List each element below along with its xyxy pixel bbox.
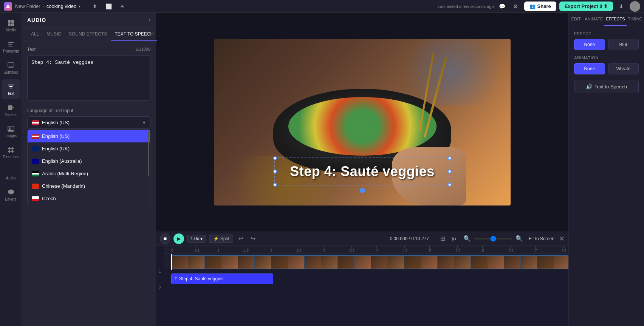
anim-vibrate-button[interactable]: Vibrate (608, 63, 639, 74)
project-name[interactable]: cooking video (46, 3, 77, 9)
tab-all[interactable]: ALL (27, 28, 43, 41)
breadcrumb: New Folder › cooking video ▾ (15, 3, 80, 9)
lang-option-cs[interactable]: Czech (28, 192, 150, 205)
sidebar-item-images[interactable]: Images (2, 122, 20, 141)
handle-bottom-left[interactable] (273, 183, 277, 187)
redo-button[interactable]: ↪ (248, 234, 257, 243)
tab-text-to-speech[interactable]: TEXT TO SPEECH (111, 28, 157, 41)
share-button[interactable]: 👥 Share (524, 2, 556, 11)
speed-arrow: ▾ (200, 236, 203, 241)
sidebar-item-subtitles[interactable]: Subtitles (2, 58, 20, 78)
share-icon: 👥 (529, 3, 536, 9)
tab-sound-effects[interactable]: SOUND EFFECTS (65, 28, 111, 41)
tab-music[interactable]: MUSIC (43, 28, 65, 41)
sidebar-item-media[interactable]: Media (2, 16, 20, 36)
settings-icon[interactable]: ⚙ (511, 1, 521, 12)
download-icon[interactable]: ⬇ (616, 1, 627, 12)
language-select-button[interactable]: English (US) ▾ (27, 116, 150, 129)
user-avatar[interactable] (630, 1, 640, 12)
lang-en-au-label: English (Australia) (42, 158, 82, 164)
handle-mid-left[interactable] (273, 170, 277, 173)
rotate-handle[interactable] (359, 188, 365, 193)
tab-effects[interactable]: EFFECTS (604, 13, 626, 26)
tick-45: :4.5 (402, 246, 407, 252)
text-input[interactable]: Step 4: Sauté veggies (27, 55, 150, 100)
caption-icon[interactable]: ⬜ (103, 1, 114, 12)
zoom-slider[interactable] (474, 238, 512, 239)
upload-icon[interactable]: ⬆ (90, 1, 100, 12)
left-sidebar: Media Transcript Subtitles Text Videos I… (0, 13, 22, 326)
lang-option-ar[interactable]: Arabic (Multi-Region) (28, 167, 150, 180)
video-clip[interactable] (171, 255, 568, 269)
undo-button[interactable]: ↩ (236, 234, 245, 243)
play-button[interactable]: ▶ (173, 233, 184, 244)
svg-rect-7 (8, 46, 13, 46)
lang-option-en-au[interactable]: English (Australia) (28, 155, 150, 167)
timeline-body: 1 2 0 :0.1 :1 :1.5 :2 :2.5 :3 :3.5 :4 (156, 246, 568, 326)
sidebar-item-audio[interactable]: Audio (2, 164, 20, 184)
panel-header: AUDIO ‹ (22, 13, 156, 28)
timeline-right-controls: ⊞ ⏭ 🔍 🔍 Fit to Screen ✕ (438, 234, 565, 244)
track-num-2: 2 (156, 280, 164, 296)
duration: 0:10.277 (411, 236, 429, 241)
effect-none-button[interactable]: None (574, 39, 605, 50)
stop-button[interactable]: ⏹ (160, 233, 170, 244)
project-caret[interactable]: ▾ (79, 4, 80, 8)
sidebar-item-videos[interactable]: Videos (2, 100, 20, 120)
handle-mid-right[interactable] (448, 170, 452, 173)
speed-button[interactable]: 1.0x ▾ (187, 235, 206, 243)
right-panel-tabs: EDIT ANIMATE EFFECTS TIMING (569, 13, 644, 26)
handle-bottom-right[interactable] (448, 183, 452, 187)
text-label-text: Text (27, 47, 36, 52)
panel-tabs: ALL MUSIC SOUND EFFECTS TEXT TO SPEECH (22, 28, 156, 42)
panel-close-button[interactable]: ‹ (149, 17, 150, 23)
tick-4: :4 (375, 246, 378, 252)
lang-option-en-us[interactable]: English (US) (28, 130, 150, 142)
text-overlay-box[interactable]: Step 4: Sauté veggies (274, 158, 450, 185)
video-track (164, 254, 568, 270)
export-button[interactable]: Export Project 0 ⬆ (559, 2, 613, 11)
track-fit-icon[interactable]: ⊞ (438, 234, 448, 244)
text-clip[interactable]: T Step 4: Sauté veggies (171, 273, 273, 284)
lang-option-zh[interactable]: Chinese (Mandarin) (28, 180, 150, 192)
theme-icon[interactable]: ☀ (117, 1, 127, 12)
split-icon: ⚡ (213, 236, 219, 241)
lang-en-uk-label: English (UK) (42, 146, 70, 151)
timeline: ⏹ ▶ 1.0x ▾ ⚡ Split ↩ ↪ 0:00.000 / 0:10.2… (156, 232, 568, 326)
veggies (288, 97, 437, 155)
lang-option-en-uk[interactable]: English (UK) (28, 142, 150, 155)
overlay-text: Step 4: Sauté veggies (290, 164, 435, 179)
tick-75: :7.5 (560, 246, 566, 252)
zoom-in-icon[interactable]: 🔍 (514, 234, 524, 244)
flag-uk (32, 146, 39, 151)
tab-edit[interactable]: EDIT (569, 13, 583, 26)
zoom-out-icon[interactable]: 🔍 (462, 234, 472, 244)
comment-icon[interactable]: 💬 (497, 1, 508, 12)
panel-title: AUDIO (27, 17, 46, 23)
sidebar-item-layers[interactable]: Layers (2, 185, 20, 205)
sidebar-item-text[interactable]: Text (2, 79, 20, 99)
timeline-content[interactable]: 0 :0.1 :1 :1.5 :2 :2.5 :3 :3.5 :4 :4.5 :… (164, 246, 568, 326)
handle-top-right[interactable] (448, 156, 452, 160)
svg-rect-2 (11, 20, 14, 23)
tick-2: :2 (269, 246, 272, 252)
scrollbar-thumb[interactable] (148, 131, 149, 176)
text-overlay[interactable]: Step 4: Sauté veggies (274, 158, 450, 185)
folder-name[interactable]: New Folder (15, 3, 40, 9)
split-button[interactable]: ⚡ Split (209, 235, 233, 243)
tab-animate[interactable]: ANIMATE (583, 13, 604, 26)
tick-6: :6 (481, 246, 484, 252)
text-input-label: Text 21/1000 (27, 47, 150, 52)
selected-language: English (US) (42, 120, 70, 125)
skip-end-icon[interactable]: ⏭ (450, 234, 460, 244)
sidebar-item-elements[interactable]: Elements (2, 143, 20, 162)
handle-top-left[interactable] (273, 156, 277, 160)
sidebar-item-transcript[interactable]: Transcript (2, 37, 20, 57)
effect-blur-button[interactable]: Blur (608, 39, 639, 50)
close-timeline-button[interactable]: ✕ (559, 235, 565, 243)
anim-none-button[interactable]: None (574, 63, 605, 74)
fit-screen-button[interactable]: Fit to Screen (526, 235, 557, 242)
tab-timing[interactable]: TIMING (627, 13, 644, 26)
svg-rect-9 (9, 66, 11, 67)
text-to-speech-button[interactable]: 🔊 Text to Speech (574, 80, 639, 93)
